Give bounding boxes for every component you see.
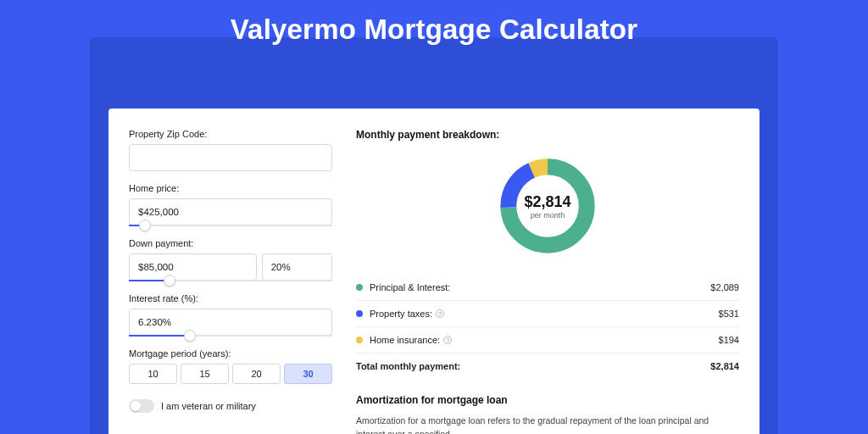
home-price-input[interactable] <box>129 198 332 225</box>
down-payment-amount-input[interactable] <box>129 253 257 281</box>
donut-chart-wrap: $2,814 per month <box>356 147 739 275</box>
legend-value-total: $2,814 <box>710 361 739 371</box>
legend-value-principal: $2,089 <box>710 282 739 292</box>
legend-label-principal: Principal & Interest: <box>370 282 710 292</box>
legend-label-insurance: Home insurance: ? <box>370 335 719 345</box>
home-price-slider-thumb[interactable] <box>139 220 151 231</box>
down-payment-field-group: Down payment: <box>129 238 332 281</box>
legend-value-insurance: $194 <box>719 335 739 345</box>
interest-rate-slider-fill <box>129 335 190 337</box>
down-payment-slider[interactable] <box>129 280 332 281</box>
legend-value-taxes: $531 <box>719 309 739 319</box>
interest-rate-label: Interest rate (%): <box>129 293 332 303</box>
legend-row-insurance: Home insurance: ? $194 <box>356 327 739 353</box>
interest-rate-slider[interactable] <box>129 335 332 337</box>
veteran-toggle-row: I am veteran or military <box>129 399 332 413</box>
home-price-label: Home price: <box>129 183 332 193</box>
period-field-group: Mortgage period (years): 10 15 20 30 <box>129 348 332 384</box>
zip-field-group: Property Zip Code: <box>129 129 332 171</box>
donut-chart: $2,814 per month <box>496 154 599 258</box>
breakdown-column: Monthly payment breakdown: $2,814 per mo… <box>356 129 739 434</box>
interest-rate-input[interactable] <box>129 309 332 336</box>
period-option-20[interactable]: 20 <box>232 364 281 384</box>
veteran-toggle-knob <box>131 401 141 411</box>
inputs-column: Property Zip Code: Home price: Down paym… <box>129 129 332 434</box>
down-payment-label: Down payment: <box>129 238 332 248</box>
donut-sub: per month <box>531 211 565 220</box>
interest-rate-slider-thumb[interactable] <box>184 330 196 342</box>
home-price-slider[interactable] <box>129 225 332 226</box>
period-option-10[interactable]: 10 <box>129 364 177 384</box>
legend-label-total: Total monthly payment: <box>356 361 710 371</box>
legend-label-taxes: Property taxes: ? <box>370 309 719 319</box>
info-icon[interactable]: ? <box>443 336 452 344</box>
amortization-text: Amortization for a mortgage loan refers … <box>356 415 739 434</box>
down-payment-slider-thumb[interactable] <box>164 275 175 287</box>
calculator-card: Property Zip Code: Home price: Down paym… <box>108 108 760 434</box>
legend-dot-principal <box>356 284 363 291</box>
veteran-label: I am veteran or military <box>161 401 256 411</box>
amortization-title: Amortization for mortgage loan <box>356 394 739 406</box>
down-payment-percent-input[interactable] <box>262 253 332 281</box>
period-label: Mortgage period (years): <box>129 348 332 359</box>
donut-amount: $2,814 <box>524 193 570 211</box>
legend-row-principal: Principal & Interest: $2,089 <box>356 275 739 301</box>
zip-label: Property Zip Code: <box>129 129 332 139</box>
period-option-15[interactable]: 15 <box>181 364 229 384</box>
home-price-field-group: Home price: <box>129 183 332 226</box>
zip-input[interactable] <box>129 144 332 171</box>
legend-dot-insurance <box>356 337 363 343</box>
interest-rate-field-group: Interest rate (%): <box>129 293 332 337</box>
info-icon[interactable]: ? <box>436 309 444 318</box>
breakdown-title: Monthly payment breakdown: <box>356 129 739 141</box>
page-title: Valyermo Mortgage Calculator <box>0 0 868 46</box>
period-options: 10 15 20 30 <box>129 364 332 384</box>
period-option-30[interactable]: 30 <box>284 364 332 384</box>
legend-row-taxes: Property taxes: ? $531 <box>356 301 739 327</box>
legend-dot-taxes <box>356 310 363 317</box>
veteran-toggle[interactable] <box>129 399 154 413</box>
donut-center: $2,814 per month <box>496 154 599 258</box>
amortization-section: Amortization for mortgage loan Amortizat… <box>356 394 739 434</box>
legend-row-total: Total monthly payment: $2,814 <box>356 353 739 379</box>
